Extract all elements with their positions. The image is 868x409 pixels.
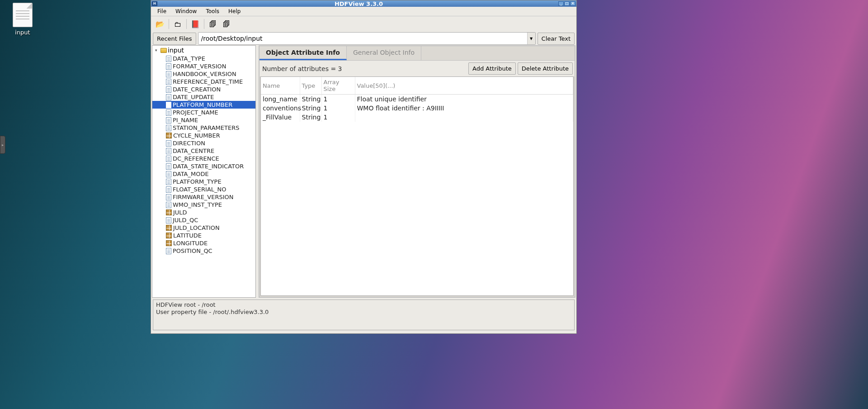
tree-item-juld_qc[interactable]: JULD_QC xyxy=(152,216,255,224)
dataset-doc-icon xyxy=(166,79,171,85)
panel-handle[interactable]: ▸ xyxy=(0,136,5,154)
dataset-doc-icon xyxy=(166,94,171,100)
add-attribute-button[interactable]: Add Attribute xyxy=(468,62,516,75)
table-row[interactable]: _FillValueString1 xyxy=(261,113,573,122)
cell-name: long_name xyxy=(261,95,300,104)
tree-item-float_serial_no[interactable]: FLOAT_SERIAL_NO xyxy=(152,185,255,193)
tree-item-label: CYCLE_NUMBER xyxy=(173,132,220,139)
desktop-file-icon[interactable]: input xyxy=(8,3,37,36)
tree-item-pi_name[interactable]: PI_NAME xyxy=(152,116,255,124)
status-panel: HDFView root - /root User property file … xyxy=(153,300,575,330)
dataset-doc-icon xyxy=(166,71,171,77)
tree-item-wmo_inst_type[interactable]: WMO_INST_TYPE xyxy=(152,201,255,209)
tree-item-format_version[interactable]: FORMAT_VERSION xyxy=(152,62,255,70)
tree-root[interactable]: ▾ input xyxy=(152,46,255,55)
tree-item-label: FIRMWARE_VERSION xyxy=(173,194,234,200)
nav-fwd-icon[interactable]: 🗐 xyxy=(220,18,233,30)
tree-item-position_qc[interactable]: POSITION_QC xyxy=(152,247,255,255)
minimize-button[interactable]: _ xyxy=(558,1,564,6)
dataset-doc-icon xyxy=(166,140,171,147)
menu-file[interactable]: File xyxy=(153,7,171,15)
dataset-grid-icon xyxy=(166,225,172,231)
dataset-doc-icon xyxy=(166,194,171,200)
desktop-file-label: input xyxy=(8,29,37,36)
tree-item-date_creation[interactable]: DATE_CREATION xyxy=(152,86,255,93)
dataset-doc-icon xyxy=(166,186,171,193)
col-name[interactable]: Name xyxy=(261,77,300,95)
right-panel: Object Attribute Info General Object Inf… xyxy=(259,45,576,298)
tree-item-cycle_number[interactable]: CYCLE_NUMBER xyxy=(152,132,255,139)
attribute-toolbar: Number of attributes = 3 Add Attribute D… xyxy=(259,61,575,76)
col-type[interactable]: Type xyxy=(300,77,321,95)
tree-item-label: DC_REFERENCE xyxy=(173,155,219,162)
tab-header: Object Attribute Info General Object Inf… xyxy=(259,46,575,61)
attribute-count-label: Number of attributes = 3 xyxy=(261,65,467,72)
menu-help[interactable]: Help xyxy=(224,7,245,15)
expander-icon[interactable]: ▾ xyxy=(155,48,160,52)
dataset-doc-icon xyxy=(166,56,171,62)
title-bar[interactable]: H HDFView 3.3.0 _ □ × xyxy=(151,0,576,7)
attribute-table-container: Name Type Array Size Value[50](...) long… xyxy=(260,76,574,296)
tree-item-label: DATA_STATE_INDICATOR xyxy=(173,163,244,170)
table-row[interactable]: long_nameString1Float unique identifier xyxy=(261,95,573,104)
cell-type: String xyxy=(300,95,321,104)
recent-files-button[interactable]: Recent Files xyxy=(153,33,196,45)
maximize-button[interactable]: □ xyxy=(564,1,570,6)
clear-text-button[interactable]: Clear Text xyxy=(538,33,575,45)
close-button[interactable]: × xyxy=(570,1,576,6)
table-row[interactable]: conventionsString1WMO float identifier :… xyxy=(261,104,573,113)
tree-item-platform_type[interactable]: PLATFORM_TYPE xyxy=(152,178,255,185)
dataset-doc-icon xyxy=(166,63,171,70)
tree-panel[interactable]: ▾ input DATA_TYPEFORMAT_VERSIONHANDBOOK_… xyxy=(152,45,256,298)
tree-item-date_update[interactable]: DATE_UPDATE xyxy=(152,93,255,101)
cell-value: Float unique identifier xyxy=(355,95,573,104)
tree-item-label: LATITUDE xyxy=(173,232,202,239)
nav-back-icon[interactable]: 🗐 xyxy=(207,18,219,30)
tree-item-label: PLATFORM_NUMBER xyxy=(173,101,232,108)
folder-icon[interactable]: 🗀 xyxy=(171,18,184,30)
cell-name: conventions xyxy=(261,104,300,113)
path-bar: Recent Files ▼ Clear Text xyxy=(151,32,576,45)
tab-object-attribute-info[interactable]: Object Attribute Info xyxy=(259,46,347,60)
dataset-doc-icon xyxy=(166,156,171,162)
tree-item-label: DATA_TYPE xyxy=(173,55,205,62)
cell-name: _FillValue xyxy=(261,113,300,122)
window-title: HDFView 3.3.0 xyxy=(159,0,558,7)
tree-item-platform_number[interactable]: PLATFORM_NUMBER xyxy=(152,101,255,109)
tree-item-latitude[interactable]: LATITUDE xyxy=(152,232,255,239)
tree-item-handbook_version[interactable]: HANDBOOK_VERSION xyxy=(152,70,255,78)
main-area: ▾ input DATA_TYPEFORMAT_VERSIONHANDBOOK_… xyxy=(151,45,576,298)
tree-item-juld_location[interactable]: JULD_LOCATION xyxy=(152,224,255,232)
col-array-size[interactable]: Array Size xyxy=(321,77,355,95)
tree-item-firmware_version[interactable]: FIRMWARE_VERSION xyxy=(152,193,255,201)
tree-item-project_name[interactable]: PROJECT_NAME xyxy=(152,109,255,116)
dataset-doc-icon xyxy=(166,163,171,170)
tree-item-data_centre[interactable]: DATA_CENTRE xyxy=(152,147,255,155)
tab-general-object-info[interactable]: General Object Info xyxy=(347,46,421,60)
tree-item-label: DATE_UPDATE xyxy=(173,94,214,100)
tree-item-label: DATA_MODE xyxy=(173,171,209,177)
tree-item-juld[interactable]: JULD xyxy=(152,209,255,216)
tree-item-reference_date_time[interactable]: REFERENCE_DATE_TIME xyxy=(152,78,255,86)
tree-item-label: LONGITUDE xyxy=(173,240,208,247)
tree-item-data_type[interactable]: DATA_TYPE xyxy=(152,55,255,62)
open-icon[interactable]: 📂 xyxy=(154,18,166,30)
tree-item-data_state_indicator[interactable]: DATA_STATE_INDICATOR xyxy=(152,162,255,170)
tree-item-data_mode[interactable]: DATA_MODE xyxy=(152,170,255,178)
book-icon[interactable]: 📕 xyxy=(189,18,202,30)
delete-attribute-button[interactable]: Delete Attribute xyxy=(518,62,573,75)
tree-item-dc_reference[interactable]: DC_REFERENCE xyxy=(152,155,255,162)
col-value[interactable]: Value[50](...) xyxy=(355,77,573,95)
tree-item-direction[interactable]: DIRECTION xyxy=(152,139,255,147)
dataset-doc-icon xyxy=(166,202,171,208)
menu-bar: File Window Tools Help xyxy=(151,7,576,16)
tree-item-longitude[interactable]: LONGITUDE xyxy=(152,239,255,247)
tree-item-label: FORMAT_VERSION xyxy=(173,63,226,70)
menu-window[interactable]: Window xyxy=(171,7,201,15)
tree-item-label: JULD xyxy=(173,209,187,216)
tree-item-station_parameters[interactable]: STATION_PARAMETERS xyxy=(152,124,255,132)
menu-tools[interactable]: Tools xyxy=(201,7,224,15)
path-dropdown-icon[interactable]: ▼ xyxy=(527,33,535,44)
path-input[interactable] xyxy=(198,33,527,44)
attribute-table[interactable]: Name Type Array Size Value[50](...) long… xyxy=(261,77,573,122)
